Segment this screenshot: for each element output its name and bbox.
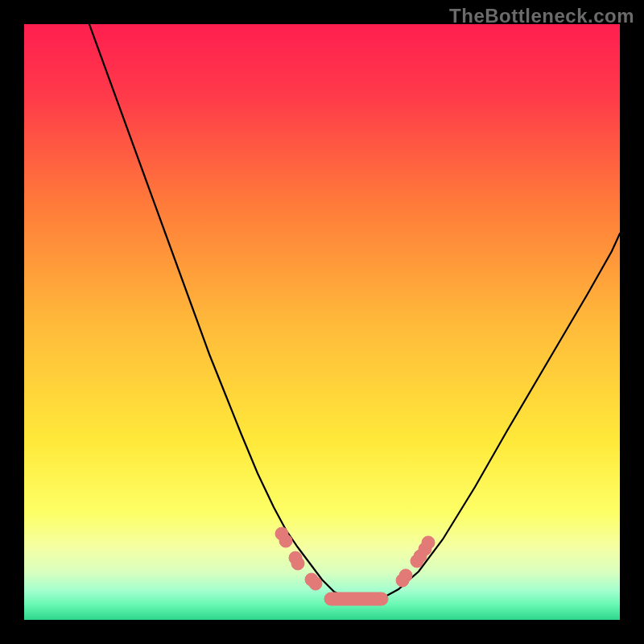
curve-markers xyxy=(275,527,435,605)
plot-area xyxy=(24,24,620,620)
bottleneck-curve xyxy=(80,24,620,601)
chart-frame: TheBottleneck.com xyxy=(0,0,644,644)
curve-marker-bar xyxy=(324,592,388,605)
watermark-text: TheBottleneck.com xyxy=(449,5,634,27)
curve-marker-dot xyxy=(291,557,304,570)
curve-layer xyxy=(24,24,620,620)
curve-marker-dot xyxy=(279,535,292,547)
curve-marker-dot xyxy=(422,536,435,549)
curve-marker-dot xyxy=(309,577,322,590)
curve-marker-dot xyxy=(399,569,412,582)
